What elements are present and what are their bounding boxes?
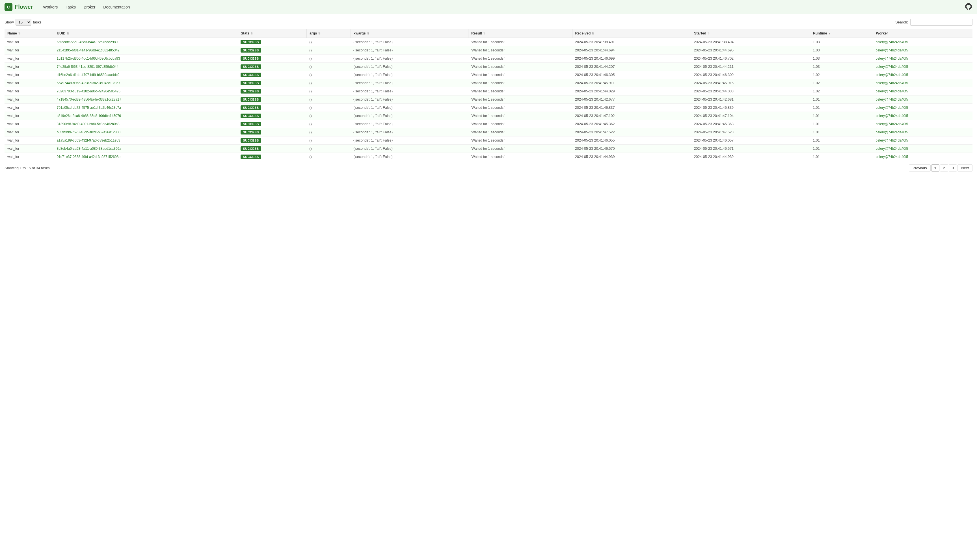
nav-documentation[interactable]: Documentation (100, 3, 133, 11)
worker-link[interactable]: celery@74b24da40f5 (876, 97, 908, 102)
cell-worker: celery@74b24da40f5 (873, 145, 972, 153)
state-badge: SUCCESS (240, 73, 261, 77)
col-kwargs[interactable]: kwargs ⇅ (351, 29, 468, 38)
cell-started: 2024-05-23 20:41:44.211 (691, 63, 810, 71)
cell-runtime: 1.01 (810, 128, 873, 137)
uuid-link[interactable]: c819e26c-2ca8-4b86-85d8-106dba145076 (57, 114, 121, 118)
uuid-link[interactable]: 01c71e37-0338-49fd-a42d-3a987152698b (57, 155, 120, 159)
cell-uuid: d16be2a6-d1da-4707-bff9-b6539aaa4dc9 (54, 71, 238, 79)
nav-broker[interactable]: Broker (80, 3, 99, 11)
previous-button[interactable]: Previous (909, 165, 931, 172)
cell-state: SUCCESS (238, 112, 306, 120)
show-label: Show (5, 20, 14, 24)
cell-args: () (306, 46, 351, 55)
state-badge: SUCCESS (240, 48, 261, 53)
worker-link[interactable]: celery@74b24da40f5 (876, 57, 908, 60)
cell-result: 'Waited for 1 seconds.' (468, 153, 572, 161)
page-1-button[interactable]: 1 (931, 165, 939, 172)
brand-link[interactable]: C Flower (5, 3, 33, 11)
cell-name: wait_for (5, 95, 54, 104)
cell-worker: celery@74b24da40f5 (873, 104, 972, 112)
cell-state: SUCCESS (238, 87, 306, 95)
cell-state: SUCCESS (238, 63, 306, 71)
cell-state: SUCCESS (238, 71, 306, 79)
nav-workers[interactable]: Workers (40, 3, 61, 11)
uuid-link[interactable]: 3d8eb4a0-ca63-4a11-a080-38add1ca366a (57, 147, 121, 151)
pagination-controls: Previous 1 2 3 Next (909, 165, 972, 172)
state-badge: SUCCESS (240, 113, 261, 118)
worker-link[interactable]: celery@74b24da40f5 (876, 114, 908, 118)
col-started[interactable]: Started ⇅ (691, 29, 810, 38)
cell-result: 'Waited for 1 seconds.' (468, 137, 572, 145)
worker-link[interactable]: celery@74b24da40f5 (876, 73, 908, 77)
navbar: C Flower Workers Tasks Broker Documentat… (0, 0, 977, 14)
sort-args-icon: ⇅ (318, 32, 320, 35)
col-result[interactable]: Result ⇅ (468, 29, 572, 38)
github-icon[interactable] (965, 3, 972, 11)
next-button[interactable]: Next (957, 165, 972, 172)
worker-link[interactable]: celery@74b24da40f5 (876, 48, 908, 52)
cell-received: 2024-05-23 20:41:47.522 (572, 128, 691, 137)
worker-link[interactable]: celery@74b24da40f5 (876, 155, 908, 159)
worker-link[interactable]: celery@74b24da40f5 (876, 89, 908, 93)
worker-link[interactable]: celery@74b24da40f5 (876, 138, 908, 142)
page-3-button[interactable]: 3 (949, 165, 957, 172)
state-badge: SUCCESS (240, 40, 261, 44)
uuid-link[interactable]: 66fde8fc-55d0-45e3-b44f-15fb7bee2980 (57, 40, 118, 44)
table-row: wait_for 5d497448-d9b5-4298-93a2-3d94cc1… (5, 79, 972, 87)
worker-link[interactable]: celery@74b24da40f5 (876, 81, 908, 85)
cell-worker: celery@74b24da40f5 (873, 95, 972, 104)
cell-uuid: 70203793-c319-4182-a86b-f2420e505476 (54, 87, 238, 95)
worker-link[interactable]: celery@74b24da40f5 (876, 40, 908, 44)
worker-link[interactable]: celery@74b24da40f5 (876, 65, 908, 69)
col-name[interactable]: Name ⇅ (5, 29, 54, 38)
col-args[interactable]: args ⇅ (306, 29, 351, 38)
sort-result-icon: ⇅ (483, 32, 485, 35)
table-body: wait_for 66fde8fc-55d0-45e3-b44f-15fb7be… (5, 38, 972, 161)
cell-name: wait_for (5, 137, 54, 145)
worker-link[interactable]: celery@74b24da40f5 (876, 122, 908, 126)
cell-worker: celery@74b24da40f5 (873, 71, 972, 79)
worker-link[interactable]: celery@74b24da40f5 (876, 130, 908, 134)
worker-link[interactable]: celery@74b24da40f5 (876, 147, 908, 151)
uuid-link[interactable]: 5d497448-d9b5-4298-93a2-3d94cc13f3b7 (57, 81, 120, 85)
uuid-link[interactable]: a1a5a199-c003-432f-97a0-c89eb2511e53 (57, 138, 120, 142)
uuid-link[interactable]: 31390e8f-94d9-4901-bfd0-5c8ed462b0b8 (57, 122, 119, 126)
cell-state: SUCCESS (238, 128, 306, 137)
table-row: wait_for 31390e8f-94d9-4901-bfd0-5c8ed46… (5, 120, 972, 128)
cell-result: 'Waited for 1 seconds.' (468, 79, 572, 87)
col-runtime[interactable]: Runtime ▼ (810, 29, 873, 38)
worker-link[interactable]: celery@74b24da40f5 (876, 106, 908, 110)
uuid-link[interactable]: b05fb39d-7573-45db-a02c-b62e26d12800 (57, 130, 120, 134)
col-state[interactable]: State ⇅ (238, 29, 306, 38)
uuid-link[interactable]: 74e2ffa6-f663-41ae-8201-097c359db044 (57, 65, 119, 69)
cell-result: 'Waited for 1 seconds.' (468, 87, 572, 95)
nav-tasks[interactable]: Tasks (62, 3, 79, 11)
uuid-link[interactable]: 70203793-c319-4182-a86b-f2420e505476 (57, 89, 120, 93)
cell-result: 'Waited for 1 seconds.' (468, 38, 572, 46)
col-received[interactable]: Received ⇅ (572, 29, 691, 38)
show-select[interactable]: 10 15 25 50 100 (15, 18, 32, 26)
uuid-link[interactable]: 791a05cd-da72-4575-ae1d-3a2b46c23c7a (57, 106, 121, 110)
cell-runtime: 1.03 (810, 63, 873, 71)
page-2-button[interactable]: 2 (940, 165, 948, 172)
cell-name: wait_for (5, 63, 54, 71)
cell-args: () (306, 120, 351, 128)
search-input[interactable] (910, 18, 972, 26)
cell-received: 2024-05-23 20:41:44.207 (572, 63, 691, 71)
uuid-link[interactable]: 2a542f95-6f81-4a41-96dd-e1c082485342 (57, 48, 119, 52)
uuid-link[interactable]: 47184570-ed39-4856-8a4e-333a1cc28a17 (57, 97, 121, 102)
uuid-link[interactable]: d16be2a6-d1da-4707-bff9-b6539aaa4dc9 (57, 73, 119, 77)
cell-name: wait_for (5, 46, 54, 55)
cell-runtime: 1.02 (810, 79, 873, 87)
sort-name-icon: ⇅ (18, 32, 20, 35)
table-row: wait_for 70203793-c319-4182-a86b-f2420e5… (5, 87, 972, 95)
col-uuid[interactable]: UUID ⇅ (54, 29, 238, 38)
sort-runtime-icon: ▼ (828, 32, 831, 35)
cell-received: 2024-05-23 20:41:42.677 (572, 95, 691, 104)
cell-result: 'Waited for 1 seconds.' (468, 63, 572, 71)
cell-uuid: 01c71e37-0338-49fd-a42d-3a987152698b (54, 153, 238, 161)
cell-kwargs: {'seconds': 1, 'fail': False} (351, 79, 468, 87)
uuid-link[interactable]: 15117b2b-d306-4dc1-b66d-f69c6cb5ba93 (57, 57, 120, 60)
cell-state: SUCCESS (238, 120, 306, 128)
